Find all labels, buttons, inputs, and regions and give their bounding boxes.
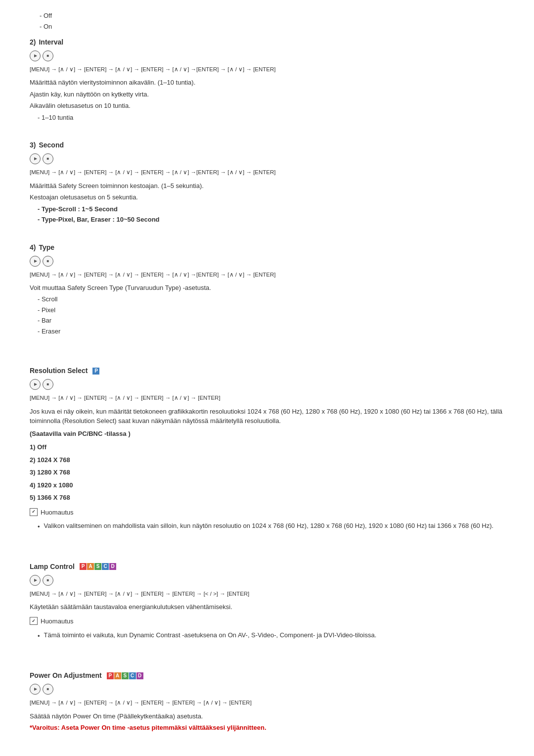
resolution-play-button[interactable] (30, 379, 41, 390)
section-interval-label: Interval (39, 37, 63, 47)
resolution-controls (30, 379, 504, 390)
section-second-title: 3) Second (30, 140, 504, 150)
type-sub-2: - Bar (38, 316, 504, 326)
resolution-item-2: 2) 1024 X 768 (30, 455, 504, 465)
lamp-bullet: • Tämä toiminto ei vaikuta, kun Dynamic … (38, 630, 504, 641)
type-sub-3: - Eraser (38, 327, 504, 336)
section-lamp-control: Lamp Control P A S C D [MENU] → [∧ / ∨] … (30, 562, 504, 641)
resolution-note-label: Huomautus (41, 508, 73, 518)
interval-nav-sequence: [MENU] → [∧ / ∨] → [ENTER] → [∧ / ∨] → [… (30, 65, 504, 74)
interval-desc-1: Ajastin käy, kun näyttöön on kytketty vi… (30, 90, 504, 99)
section-resolution-select: Resolution Select P [MENU] → [∧ / ∨] → [… (30, 366, 504, 531)
resolution-bullet-dot: • (38, 522, 40, 532)
second-sub-1: - Type-Pixel, Bar, Eraser : 10~50 Second (38, 215, 504, 225)
type-play-button[interactable] (30, 256, 41, 267)
second-controls (30, 153, 504, 164)
interval-stop-button[interactable] (43, 50, 53, 61)
power-on-controls (30, 684, 504, 695)
power-on-label: Power On Adjustment (30, 670, 102, 681)
second-sub-0: - Type-Scroll : 1~5 Second (38, 204, 504, 214)
section-power-on-adjustment: Power On Adjustment P A S C D [MENU] → [… (30, 670, 504, 732)
interval-desc-0: Määrittää näytön vieritystoiminnon aikav… (30, 78, 504, 88)
power-on-badges: P A S C D (107, 672, 143, 679)
lamp-badge-s: S (94, 563, 101, 570)
second-play-button[interactable] (30, 153, 41, 164)
section-type-number: 4) (30, 242, 36, 253)
resolution-desc-1: Jos kuva ei näy oikein, kun määrität tie… (30, 407, 504, 426)
power-on-stop-button[interactable] (43, 684, 53, 695)
section-second-number: 3) (30, 140, 36, 150)
resolution-note-icon: ✓ (30, 508, 38, 516)
section-interval-number: 2) (30, 37, 36, 47)
resolution-available-note: (Saatavilla vain PC/BNC -tilassa ) (30, 429, 504, 439)
resolution-item-3: 3) 1280 X 768 (30, 468, 504, 477)
resolution-item-1: 1) Off (30, 442, 504, 452)
lamp-control-title: Lamp Control P A S C D (30, 562, 504, 572)
section-second-label: Second (39, 140, 64, 150)
power-badge-p: P (107, 672, 114, 679)
interval-play-button[interactable] (30, 50, 41, 61)
power-on-play-button[interactable] (30, 684, 41, 695)
lamp-badge-c: C (102, 563, 109, 570)
type-sub-1: - Pixel (38, 305, 504, 315)
lamp-note-label: Huomautus (41, 616, 73, 626)
top-list-item-off: - Off (40, 11, 504, 21)
second-stop-button[interactable] (43, 153, 53, 164)
power-on-title: Power On Adjustment P A S C D (30, 670, 504, 681)
lamp-controls (30, 575, 504, 586)
power-badge-a: A (114, 672, 121, 679)
resolution-select-label: Resolution Select (30, 366, 88, 376)
type-nav-sequence: [MENU] → [∧ / ∨] → [ENTER] → [∧ / ∨] → [… (30, 271, 504, 279)
lamp-badge-d: D (109, 563, 116, 570)
second-nav-sequence: [MENU] → [∧ / ∨] → [ENTER] → [∧ / ∨] → [… (30, 168, 504, 177)
resolution-nav-sequence: [MENU] → [∧ / ∨] → [ENTER] → [∧ / ∨] → [… (30, 394, 504, 402)
lamp-note-box: ✓ Huomautus (30, 616, 504, 626)
type-desc-0: Voit muuttaa Safety Screen Type (Turvaru… (30, 283, 504, 293)
top-list: - Off - On (40, 11, 504, 31)
type-sub-0: - Scroll (38, 294, 504, 304)
lamp-control-label: Lamp Control (30, 562, 75, 572)
lamp-desc: Käytetään säätämään taustavaloa energian… (30, 602, 504, 612)
lamp-badge-a: A (87, 563, 94, 570)
resolution-item-4: 4) 1920 x 1080 (30, 480, 504, 490)
resolution-items-list: 1) Off 2) 1024 X 768 3) 1280 X 768 4) 19… (30, 442, 504, 503)
lamp-bullet-text: Tämä toiminto ei vaikuta, kun Dynamic Co… (44, 630, 377, 640)
type-controls (30, 256, 504, 267)
type-stop-button[interactable] (43, 256, 53, 267)
lamp-control-badges: P A S C D (80, 563, 116, 570)
resolution-bullet-text: Valikon valitseminen on mahdollista vain… (44, 521, 494, 531)
lamp-play-button[interactable] (30, 575, 41, 586)
resolution-note-box: ✓ Huomautus (30, 508, 504, 518)
lamp-bullet-dot: • (38, 631, 40, 641)
section-type-label: Type (39, 242, 54, 253)
lamp-badge-p: P (80, 563, 87, 570)
power-on-desc: Säätää näytön Power On time (Päällekytke… (30, 711, 504, 721)
resolution-select-title: Resolution Select P (30, 366, 504, 376)
lamp-nav-sequence: [MENU] → [∧ / ∨] → [ENTER] → [∧ / ∨] → [… (30, 590, 504, 598)
power-badge-c: C (129, 672, 136, 679)
section-second: 3) Second [MENU] → [∧ / ∨] → [ENTER] → [… (30, 140, 504, 224)
resolution-badge-p: P (92, 368, 99, 375)
section-type: 4) Type [MENU] → [∧ / ∨] → [ENTER] → [∧ … (30, 242, 504, 336)
second-desc-1: Kestoajan oletusasetus on 5 sekuntia. (30, 192, 504, 202)
section-interval-title: 2) Interval (30, 37, 504, 47)
power-on-warning: *Varoitus: Aseta Power On time -asetus p… (30, 723, 504, 733)
power-on-nav-sequence: [MENU] → [∧ / ∨] → [ENTER] → [∧ / ∨] → [… (30, 699, 504, 707)
power-badge-s: S (122, 672, 129, 679)
interval-controls (30, 50, 504, 61)
interval-sub-0: - 1–10 tuntia (38, 113, 504, 123)
power-badge-d: D (136, 672, 143, 679)
second-desc-0: Määrittää Safety Screen toiminnon kestoa… (30, 181, 504, 191)
resolution-bullet: • Valikon valitseminen on mahdollista va… (38, 521, 504, 532)
interval-desc-2: Aikavälin oletusasetus on 10 tuntia. (30, 101, 504, 111)
section-type-title: 4) Type (30, 242, 504, 253)
lamp-note-icon: ✓ (30, 617, 38, 625)
section-interval: 2) Interval [MENU] → [∧ / ∨] → [ENTER] →… (30, 37, 504, 122)
top-list-item-on: - On (40, 22, 504, 32)
resolution-stop-button[interactable] (43, 379, 53, 390)
lamp-stop-button[interactable] (43, 575, 53, 586)
resolution-item-5: 5) 1366 X 768 (30, 493, 504, 503)
